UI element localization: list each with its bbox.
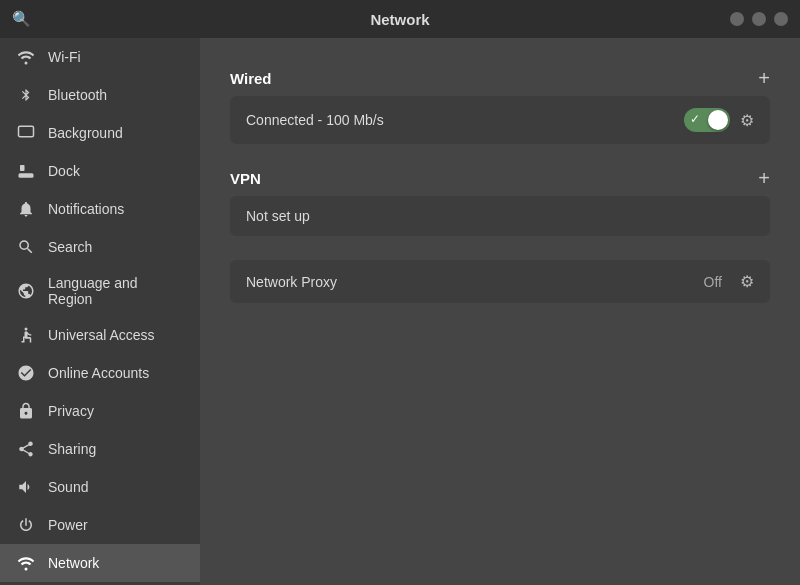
sidebar-item-language[interactable]: Language and Region bbox=[0, 266, 200, 316]
sidebar: Wi-Fi Bluetooth Background bbox=[0, 38, 200, 585]
window-btn-1[interactable] bbox=[730, 12, 744, 26]
dock-icon bbox=[16, 161, 36, 181]
proxy-card: Network Proxy Off ⚙ bbox=[230, 260, 770, 303]
universal-access-icon bbox=[16, 325, 36, 345]
sidebar-item-sharing[interactable]: Sharing bbox=[0, 430, 200, 468]
wired-add-button[interactable]: + bbox=[758, 68, 770, 88]
privacy-icon bbox=[16, 401, 36, 421]
sidebar-item-label: Sound bbox=[48, 479, 88, 495]
vpn-title: VPN bbox=[230, 170, 261, 187]
background-icon bbox=[16, 123, 36, 143]
sidebar-item-label: Universal Access bbox=[48, 327, 155, 343]
window-btn-2[interactable] bbox=[752, 12, 766, 26]
wifi-icon bbox=[16, 47, 36, 67]
wired-actions: ✓ ⚙ bbox=[684, 108, 754, 132]
vpn-status: Not set up bbox=[246, 208, 754, 224]
network-icon bbox=[16, 553, 36, 573]
wired-toggle[interactable]: ✓ bbox=[684, 108, 730, 132]
sidebar-item-label: Notifications bbox=[48, 201, 124, 217]
sidebar-item-label: Language and Region bbox=[48, 275, 184, 307]
window-btn-3[interactable] bbox=[774, 12, 788, 26]
svg-rect-3 bbox=[20, 165, 25, 171]
proxy-label: Network Proxy bbox=[246, 274, 704, 290]
wired-connection-status: Connected - 100 Mb/s bbox=[246, 112, 684, 128]
svg-rect-2 bbox=[19, 173, 34, 178]
proxy-settings-button[interactable]: ⚙ bbox=[740, 272, 754, 291]
svg-rect-1 bbox=[19, 126, 34, 137]
power-icon bbox=[16, 515, 36, 535]
vpn-status-row: Not set up bbox=[230, 196, 770, 236]
search-icon[interactable]: 🔍 bbox=[12, 10, 31, 28]
search-icon bbox=[16, 237, 36, 257]
sidebar-item-wifi[interactable]: Wi-Fi bbox=[0, 38, 200, 76]
sidebar-item-label: Sharing bbox=[48, 441, 96, 457]
vpn-section: VPN + Not set up bbox=[230, 168, 770, 236]
sidebar-item-dock[interactable]: Dock bbox=[0, 152, 200, 190]
wired-section-header: Wired + bbox=[230, 68, 770, 88]
wired-section: Wired + Connected - 100 Mb/s ✓ ⚙ bbox=[230, 68, 770, 144]
sidebar-item-universal-access[interactable]: Universal Access bbox=[0, 316, 200, 354]
content-area: Wired + Connected - 100 Mb/s ✓ ⚙ VPN bbox=[200, 38, 800, 585]
main-layout: Wi-Fi Bluetooth Background bbox=[0, 38, 800, 585]
proxy-section: Network Proxy Off ⚙ bbox=[230, 260, 770, 303]
bluetooth-icon bbox=[16, 85, 36, 105]
wired-connection-row: Connected - 100 Mb/s ✓ ⚙ bbox=[230, 96, 770, 144]
sidebar-item-label: Privacy bbox=[48, 403, 94, 419]
wired-title: Wired bbox=[230, 70, 272, 87]
proxy-row: Network Proxy Off ⚙ bbox=[230, 260, 770, 303]
vpn-add-button[interactable]: + bbox=[758, 168, 770, 188]
svg-point-5 bbox=[25, 568, 28, 571]
sidebar-item-sound[interactable]: Sound bbox=[0, 468, 200, 506]
sidebar-item-label: Search bbox=[48, 239, 92, 255]
wired-card: Connected - 100 Mb/s ✓ ⚙ bbox=[230, 96, 770, 144]
sidebar-item-label: Network bbox=[48, 555, 99, 571]
sidebar-item-label: Background bbox=[48, 125, 123, 141]
sidebar-item-online-accounts[interactable]: Online Accounts bbox=[0, 354, 200, 392]
sound-icon bbox=[16, 477, 36, 497]
vpn-card: Not set up bbox=[230, 196, 770, 236]
sidebar-item-label: Wi-Fi bbox=[48, 49, 81, 65]
svg-point-0 bbox=[25, 62, 28, 65]
wired-settings-button[interactable]: ⚙ bbox=[740, 111, 754, 130]
sidebar-item-network[interactable]: Network bbox=[0, 544, 200, 582]
sidebar-item-notifications[interactable]: Notifications bbox=[0, 190, 200, 228]
sidebar-item-bluetooth[interactable]: Bluetooth bbox=[0, 76, 200, 114]
window-controls bbox=[730, 12, 788, 26]
sidebar-item-search[interactable]: Search bbox=[0, 228, 200, 266]
sharing-icon bbox=[16, 439, 36, 459]
vpn-section-header: VPN + bbox=[230, 168, 770, 188]
sidebar-item-power[interactable]: Power bbox=[0, 506, 200, 544]
proxy-actions: Off ⚙ bbox=[704, 272, 754, 291]
sidebar-item-privacy[interactable]: Privacy bbox=[0, 392, 200, 430]
language-icon bbox=[16, 281, 36, 301]
sidebar-item-background[interactable]: Background bbox=[0, 114, 200, 152]
online-accounts-icon bbox=[16, 363, 36, 383]
proxy-status: Off bbox=[704, 274, 722, 290]
titlebar: 🔍 Network bbox=[0, 0, 800, 38]
sidebar-item-label: Online Accounts bbox=[48, 365, 149, 381]
sidebar-item-label: Bluetooth bbox=[48, 87, 107, 103]
toggle-check-icon: ✓ bbox=[690, 112, 700, 126]
sidebar-item-label: Power bbox=[48, 517, 88, 533]
sidebar-item-label: Dock bbox=[48, 163, 80, 179]
window-title: Network bbox=[370, 11, 429, 28]
notifications-icon bbox=[16, 199, 36, 219]
svg-point-4 bbox=[25, 328, 28, 331]
